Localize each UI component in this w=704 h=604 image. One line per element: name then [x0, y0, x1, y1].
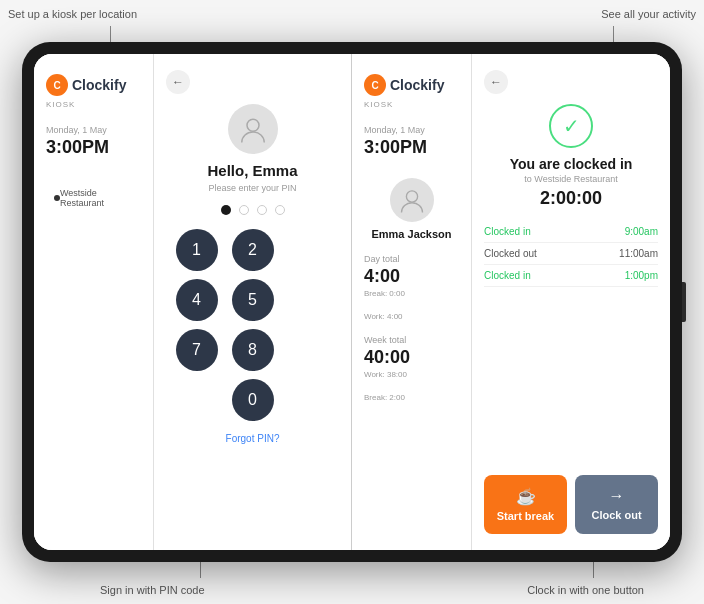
day-total-value: 4:00: [364, 266, 459, 287]
pin-dot-2: [239, 205, 249, 215]
annotation-bottom-right: Clock in with one button: [527, 584, 644, 596]
location-dot: [54, 195, 60, 201]
day-total-label: Day total: [364, 254, 459, 264]
log-label-1: Clocked in: [484, 226, 531, 237]
annotation-top-left: Set up a kiosk per location: [8, 8, 137, 20]
key-8[interactable]: 8: [232, 329, 274, 371]
key-hash-empty: [285, 379, 327, 421]
clocked-status-title: You are clocked in: [484, 156, 658, 172]
panel-pin: ← Hello, Emma Please enter your PIN: [154, 54, 351, 550]
time-log: Clocked in 9:00am Clocked out 11:00am Cl…: [484, 221, 658, 465]
clock-out-icon: →: [609, 487, 625, 505]
clocked-timer: 2:00:00: [484, 188, 658, 209]
tablet-side-button: [682, 282, 686, 322]
user-name-label: Emma Jackson: [364, 228, 459, 240]
week-break-sub: Break: 2:00: [364, 393, 459, 402]
week-total-label: Week total: [364, 335, 459, 345]
key-3-empty: [285, 229, 327, 271]
user-avatar-pin: [228, 104, 278, 154]
svg-point-1: [406, 191, 417, 202]
user-avatar-status: [390, 178, 434, 222]
location-label: WestsideRestaurant: [60, 188, 104, 208]
annotation-bottom-left: Sign in with PIN code: [100, 584, 205, 596]
pin-dot-4: [275, 205, 285, 215]
logo-icon-left: C: [46, 74, 68, 96]
svg-point-0: [247, 119, 259, 131]
logo-sub-right: KIOSK: [364, 100, 459, 109]
key-2[interactable]: 2: [232, 229, 274, 271]
tablet-screen: C Clockify KIOSK Monday, 1 May 3:00PM We…: [34, 54, 670, 550]
log-label-2: Clocked out: [484, 248, 537, 259]
left-half: C Clockify KIOSK Monday, 1 May 3:00PM We…: [34, 54, 352, 550]
logo-text-left: Clockify: [72, 77, 126, 93]
annotation-top-right: See all your activity: [601, 8, 696, 20]
logo-right: C Clockify: [364, 74, 459, 96]
key-1[interactable]: 1: [176, 229, 218, 271]
back-button-left[interactable]: ←: [166, 70, 190, 94]
date-left: Monday, 1 May: [46, 125, 141, 135]
enter-pin-text: Please enter your PIN: [208, 183, 296, 193]
back-button-right[interactable]: ←: [484, 70, 508, 94]
day-break-sub: Break: 0:00: [364, 289, 459, 298]
log-time-2: 11:00am: [619, 248, 658, 259]
week-work-sub: Work: 38:00: [364, 370, 459, 379]
date-right: Monday, 1 May: [364, 125, 459, 135]
start-break-button[interactable]: ☕ Start break: [484, 475, 567, 534]
clock-out-button[interactable]: → Clock out: [575, 475, 658, 534]
key-star-empty: [173, 379, 215, 421]
logo-left: C Clockify: [46, 74, 141, 96]
day-work-sub: Work: 4:00: [364, 312, 459, 321]
panel-kiosk: C Clockify KIOSK Monday, 1 May 3:00PM We…: [34, 54, 154, 550]
right-half: C Clockify KIOSK Monday, 1 May 3:00PM Em…: [352, 54, 670, 550]
forgot-pin-link[interactable]: Forgot PIN?: [226, 433, 280, 444]
log-time-3: 1:00pm: [625, 270, 658, 281]
break-icon: ☕: [516, 487, 536, 506]
clock-out-label: Clock out: [591, 509, 641, 521]
location-container: WestsideRestaurant: [46, 188, 141, 208]
pin-dot-1: [221, 205, 231, 215]
time-left: 3:00PM: [46, 137, 141, 158]
break-label: Start break: [497, 510, 554, 522]
panel-user: C Clockify KIOSK Monday, 1 May 3:00PM Em…: [352, 54, 472, 550]
time-right: 3:00PM: [364, 137, 459, 158]
log-row-3: Clocked in 1:00pm: [484, 265, 658, 287]
clocked-in-icon: ✓: [549, 104, 593, 148]
key-9-empty: [285, 329, 327, 371]
key-0[interactable]: 0: [232, 379, 274, 421]
clocked-status-sub: to Westside Restaurant: [484, 174, 658, 184]
key-4[interactable]: 4: [176, 279, 218, 321]
key-7[interactable]: 7: [176, 329, 218, 371]
pin-dot-3: [257, 205, 267, 215]
log-row-2: Clocked out 11:00am: [484, 243, 658, 265]
greeting-text: Hello, Emma: [207, 162, 297, 179]
action-buttons: ☕ Start break → Clock out: [484, 475, 658, 534]
logo-icon-right: C: [364, 74, 386, 96]
week-total-value: 40:00: [364, 347, 459, 368]
log-row-1: Clocked in 9:00am: [484, 221, 658, 243]
log-label-3: Clocked in: [484, 270, 531, 281]
panel-status: ← ✓ You are clocked in to Westside Resta…: [472, 54, 670, 550]
log-time-1: 9:00am: [625, 226, 658, 237]
key-6-empty: [285, 279, 327, 321]
pin-dots: [221, 205, 285, 215]
tablet: C Clockify KIOSK Monday, 1 May 3:00PM We…: [22, 42, 682, 562]
logo-sub-left: KIOSK: [46, 100, 141, 109]
logo-text-right: Clockify: [390, 77, 444, 93]
keypad: 1 2 4 5 7 8 0: [173, 229, 333, 421]
key-5[interactable]: 5: [232, 279, 274, 321]
